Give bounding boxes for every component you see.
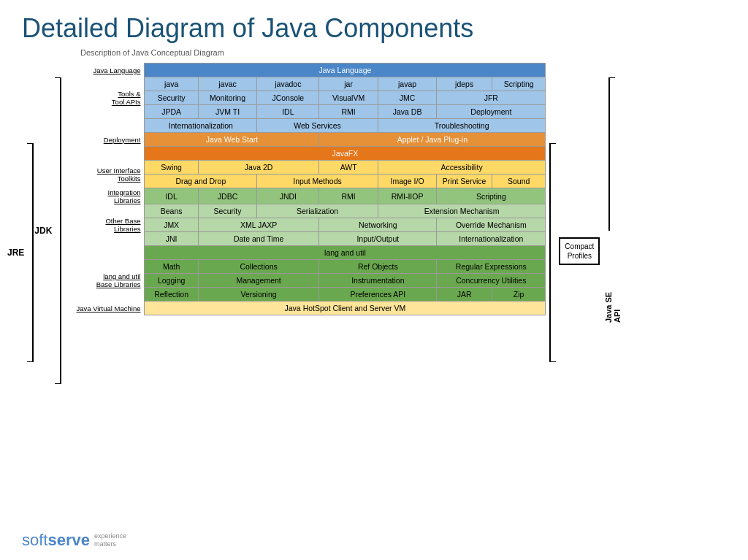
- cell-rmi-integ: RMI: [319, 188, 378, 204]
- cell-security: Security: [198, 204, 256, 218]
- cell-jdeps: jdeps: [437, 77, 492, 91]
- row-label-jvm: Java Virtual Machine: [64, 302, 145, 315]
- cell-networking: Networking: [319, 218, 437, 232]
- table-row: Tools &Tool APIs java javac javadoc jar …: [64, 77, 546, 91]
- cell-jpda: JPDA: [145, 105, 198, 119]
- jdk-bracket: [53, 77, 62, 384]
- cell-regular-expr: Regular Expressions: [437, 260, 546, 274]
- cell-imageio: Image I/O: [378, 174, 436, 188]
- cell-java2d: Java 2D: [198, 161, 319, 174]
- cell-java: java: [145, 77, 198, 91]
- cell-hotspot-vm: Java HotSpot Client and Server VM: [145, 302, 546, 315]
- logo-area: softserve experiencematters: [22, 531, 126, 550]
- cell-troubleshooting: Troubleshooting: [378, 119, 546, 133]
- table-row: lang and util: [64, 246, 546, 260]
- cell-jdbc: JDBC: [198, 188, 256, 204]
- diagram-container: Java Language Java Language Tools &Tool …: [64, 63, 546, 384]
- cell-scripting: Scripting: [492, 77, 545, 91]
- cell-jar: JAR: [437, 288, 492, 302]
- row-label-lang-util: lang and utilBase Libraries: [64, 260, 145, 302]
- cell-java-web-start: Java Web Start: [145, 133, 319, 147]
- cell-security-tools: Security: [145, 91, 198, 105]
- cell-management: Management: [198, 274, 319, 288]
- row-label-ui-toolkits: User InterfaceToolkits: [64, 161, 145, 188]
- cell-sound: Sound: [492, 174, 545, 188]
- cell-lang-util-header: lang and util: [145, 246, 546, 260]
- cell-input-methods: Input Methods: [257, 174, 378, 188]
- cell-accessibility: Accessibility: [378, 161, 546, 174]
- cell-applet-plugin: Applet / Java Plug-in: [319, 133, 546, 147]
- java-components-table: Java Language Java Language Tools &Tool …: [64, 63, 546, 315]
- cell-deployment: Deployment: [437, 105, 546, 119]
- row-label-tools: Tools &Tool APIs: [64, 77, 145, 119]
- cell-idl-integ: IDL: [145, 188, 198, 204]
- cell-reflection: Reflection: [145, 288, 198, 302]
- cell-javafx: JavaFX: [145, 147, 546, 161]
- page-title: Detailed Diagram of Java Components: [0, 0, 748, 48]
- cell-idl: IDL: [257, 105, 319, 119]
- cell-rmi-tools: RMI: [319, 105, 378, 119]
- cell-collections: Collections: [198, 260, 319, 274]
- cell-beans: Beans: [145, 204, 198, 218]
- jre-bracket: [26, 143, 34, 362]
- right-bracket: [549, 143, 557, 362]
- cell-jvmti: JVM TI: [198, 105, 256, 119]
- table-row: User InterfaceToolkits Swing Java 2D AWT…: [64, 161, 546, 174]
- java-se-api-bracket: [608, 77, 617, 231]
- logo-tagline: experiencematters: [94, 532, 126, 548]
- row-label-java-language: Java Language: [64, 64, 145, 77]
- cell-internationalization2: Internationalization: [437, 232, 546, 246]
- cell-math: Math: [145, 260, 198, 274]
- jdk-label: JDK: [34, 226, 52, 236]
- row-label-integration: IntegrationLibraries: [64, 188, 145, 204]
- cell-print-service: Print Service: [437, 174, 492, 188]
- row-label-other-base: Other BaseLibraries: [64, 204, 145, 246]
- cell-scripting-integ: Scripting: [437, 188, 546, 204]
- cell-date-time: Date and Time: [198, 232, 319, 246]
- cell-logging: Logging: [145, 274, 198, 288]
- table-row: JavaFX: [64, 147, 546, 161]
- cell-zip: Zip: [492, 288, 545, 302]
- table-row: lang and utilBase Libraries Math Collect…: [64, 260, 546, 274]
- row-label-empty2: [64, 147, 145, 161]
- row-label-empty3: [64, 246, 145, 260]
- cell-extension-mechanism: Extension Mechanism: [378, 204, 546, 218]
- compact-profiles-box: CompactProfiles: [559, 237, 600, 265]
- cell-jconsole: JConsole: [257, 91, 319, 105]
- cell-javac: javac: [198, 77, 256, 91]
- table-row: Other BaseLibraries Beans Security Seria…: [64, 204, 546, 218]
- cell-jni: JNI: [145, 232, 198, 246]
- cell-web-services: Web Services: [257, 119, 378, 133]
- cell-jar: jar: [319, 77, 378, 91]
- cell-drag-drop: Drag and Drop: [145, 174, 257, 188]
- cell-javadb: Java DB: [378, 105, 436, 119]
- cell-instrumentation: Instrumentation: [319, 274, 437, 288]
- cell-internationalization: Internationalization: [145, 119, 257, 133]
- cell-awt: AWT: [319, 161, 378, 174]
- cell-jndi: JNDI: [257, 188, 319, 204]
- cell-jmx: JMX: [145, 218, 198, 232]
- cell-javap: javap: [378, 77, 436, 91]
- java-se-api-label: Java SEAPI: [604, 231, 622, 384]
- subtitle: Description of Java Conceptual Diagram: [0, 48, 748, 63]
- cell-monitoring: Monitoring: [198, 91, 256, 105]
- logo-serve: serve: [47, 531, 90, 550]
- logo-soft: soft: [22, 531, 47, 550]
- cell-xml-jaxp: XML JAXP: [198, 218, 319, 232]
- cell-concurrency: Concurrency Utilities: [437, 274, 546, 288]
- cell-visualvm: VisualVM: [319, 91, 378, 105]
- cell-swing: Swing: [145, 161, 198, 174]
- cell-jfr: JFR: [437, 91, 546, 105]
- table-row: Internationalization Web Services Troubl…: [64, 119, 546, 133]
- cell-jmc: JMC: [378, 91, 436, 105]
- row-label-deployment: Deployment: [64, 133, 145, 147]
- table-row: IntegrationLibraries IDL JDBC JNDI RMI R…: [64, 188, 546, 204]
- table-row: Java Language Java Language: [64, 64, 546, 77]
- table-row: Deployment Java Web Start Applet / Java …: [64, 133, 546, 147]
- jre-label: JRE: [7, 248, 24, 258]
- cell-versioning: Versioning: [198, 288, 319, 302]
- cell-serialization: Serialization: [257, 204, 378, 218]
- table-row: Java Virtual Machine Java HotSpot Client…: [64, 302, 546, 315]
- cell-java-language-header: Java Language: [145, 64, 546, 77]
- row-label-empty1: [64, 119, 145, 133]
